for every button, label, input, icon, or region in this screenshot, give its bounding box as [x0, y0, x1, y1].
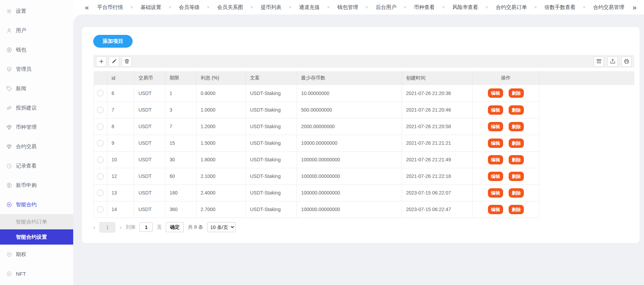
page-number-input[interactable] [140, 222, 153, 232]
tab-label[interactable]: 币种查看 [414, 4, 435, 11]
collapse-tabs-left-icon[interactable]: « [85, 4, 89, 11]
column-settings-button[interactable] [594, 56, 604, 67]
tab-label[interactable]: 会员等级 [179, 4, 200, 11]
edit-button[interactable]: 编辑 [488, 105, 503, 115]
tab-close-icon[interactable]: × [404, 4, 406, 10]
tab-item-6[interactable]: 钱包管理× [337, 4, 368, 11]
sidebar-item-users[interactable]: 用户 [0, 21, 73, 40]
sidebar-item-options[interactable]: 期权 [0, 245, 73, 264]
row-radio[interactable] [97, 140, 104, 146]
tab-item-4[interactable]: 提币列表× [261, 4, 291, 11]
delete-button[interactable]: 删除 [509, 122, 524, 131]
tab-close-icon[interactable]: × [250, 4, 253, 10]
tab-label[interactable]: 合约交易管理 [593, 4, 624, 11]
current-page-button[interactable]: 1 [99, 222, 115, 232]
sidebar-item-admins[interactable]: 管理员 [0, 59, 73, 79]
tab-item-8[interactable]: 币种查看× [414, 4, 445, 11]
tab-close-icon[interactable]: × [583, 4, 586, 10]
tab-close-icon[interactable]: × [327, 4, 330, 10]
tab-close-icon[interactable]: × [207, 4, 210, 10]
tab-label[interactable]: 倍数手数查看 [545, 4, 576, 11]
edit-button[interactable]: 编辑 [488, 188, 503, 198]
tab-label[interactable]: 钱包管理 [337, 4, 358, 11]
edit-button[interactable]: 编辑 [488, 172, 503, 181]
sidebar-item-nft[interactable]: NFT [0, 264, 73, 283]
sidebar-item-smart-contract-settings[interactable]: 智能合约设置 [0, 229, 73, 245]
tab-item-10[interactable]: 合约交易订单× [496, 4, 537, 11]
cell-id: 6 [107, 85, 134, 102]
delete-button[interactable]: 删除 [509, 188, 524, 198]
row-select-cell [94, 168, 107, 184]
prev-page-button[interactable]: ‹ [93, 224, 95, 230]
delete-row-button[interactable] [122, 56, 132, 67]
edit-button[interactable]: 编辑 [488, 139, 503, 148]
tab-close-icon[interactable]: × [365, 4, 368, 10]
delete-button[interactable]: 删除 [509, 105, 524, 115]
row-radio[interactable] [97, 206, 104, 213]
edit-button[interactable]: 编辑 [488, 155, 503, 164]
next-page-button[interactable]: › [119, 224, 122, 230]
row-radio[interactable] [97, 156, 104, 163]
edit-button[interactable]: 编辑 [488, 122, 503, 131]
sidebar-item-new-coin-subscribe[interactable]: 新币申购 [0, 175, 73, 195]
sidebar-item-contract-trade[interactable]: 合约交易 [0, 137, 73, 156]
tab-item-1[interactable]: 基础设置× [141, 4, 171, 11]
print-button[interactable] [621, 56, 632, 67]
tab-label[interactable]: 会员关系图 [217, 4, 243, 11]
table-row: 7USDT31.0000USDT-Staking500.000000002021… [94, 102, 634, 118]
edit-button[interactable]: 编辑 [488, 205, 503, 214]
sidebar-item-settings[interactable]: 设置 [0, 1, 73, 21]
sidebar-item-coin-manage[interactable]: 币种管理 [0, 117, 73, 137]
row-radio[interactable] [97, 123, 104, 130]
cell-min-deposit: 10000.00000000 [297, 135, 402, 151]
tab-item-0[interactable]: 平台币行情× [97, 4, 133, 11]
add-item-button[interactable]: 添加项目 [93, 35, 133, 48]
delete-button[interactable]: 删除 [509, 172, 524, 181]
edit-button[interactable]: 编辑 [488, 88, 503, 98]
tab-close-icon[interactable]: × [486, 4, 488, 10]
row-radio[interactable] [97, 190, 104, 196]
export-button[interactable] [607, 56, 618, 67]
sidebar-item-record-view[interactable]: 记录查看 [0, 156, 73, 175]
row-radio[interactable] [97, 173, 104, 180]
row-filler [539, 151, 634, 168]
delete-button[interactable]: 删除 [509, 88, 524, 98]
tab-item-7[interactable]: 后台用户× [376, 4, 406, 11]
tab-label[interactable]: 基础设置 [141, 4, 161, 11]
tab-item-11[interactable]: 倍数手数查看× [545, 4, 586, 11]
tab-label[interactable]: 通道充值 [299, 4, 320, 11]
page-size-select[interactable]: 10 条/页 [207, 222, 236, 232]
table-toolbar [93, 55, 634, 68]
tab-label[interactable]: 提币列表 [261, 4, 281, 11]
delete-button[interactable]: 删除 [509, 155, 524, 164]
tab-label[interactable]: 平台币行情 [97, 4, 123, 11]
tab-close-icon[interactable]: × [442, 4, 445, 10]
confirm-page-button[interactable]: 确定 [166, 222, 184, 232]
collapse-tabs-right-icon[interactable]: » [633, 4, 636, 11]
delete-button[interactable]: 删除 [509, 139, 524, 148]
tab-close-icon[interactable]: × [289, 4, 291, 10]
tab-item-12[interactable]: 合约交易管理 [593, 4, 624, 11]
add-row-button[interactable] [96, 56, 106, 67]
tab-label[interactable]: 合约交易订单 [496, 4, 527, 11]
tab-close-icon[interactable]: × [130, 4, 133, 10]
row-radio[interactable] [97, 107, 104, 113]
edit-row-button[interactable] [109, 56, 119, 67]
sidebar-item-suggestions[interactable]: 投拆建议 [0, 98, 73, 117]
sidebar-item-smart-contract-orders[interactable]: 智能合约订单 [0, 214, 73, 229]
sidebar-item-smart-contract[interactable]: 智能合约 [0, 195, 73, 214]
cell-created: 2021-07-26 21:21:21 [402, 135, 473, 151]
row-radio[interactable] [97, 90, 104, 96]
content-area: 添加项目 id交易币期限利息 (%)文案最少存币数创建时间操作 [73, 15, 644, 285]
sidebar-item-news[interactable]: 新闻 [0, 79, 73, 98]
tab-item-2[interactable]: 会员等级× [179, 4, 210, 11]
tab-close-icon[interactable]: × [169, 4, 171, 10]
tab-item-9[interactable]: 风险率查看× [452, 4, 488, 11]
delete-button[interactable]: 删除 [509, 205, 524, 214]
tab-item-3[interactable]: 会员关系图× [217, 4, 253, 11]
tab-close-icon[interactable]: × [534, 4, 537, 10]
tab-label[interactable]: 后台用户 [376, 4, 396, 11]
tab-item-5[interactable]: 通道充值× [299, 4, 330, 11]
tab-label[interactable]: 风险率查看 [452, 4, 478, 11]
sidebar-item-wallet[interactable]: 钱包 [0, 40, 73, 59]
